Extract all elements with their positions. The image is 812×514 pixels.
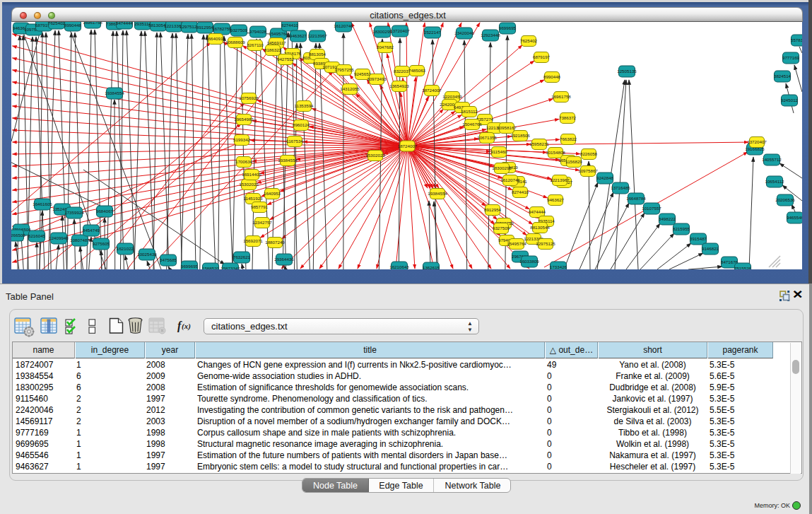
svg-text:1362615: 1362615 [423, 265, 440, 269]
svg-text:2522147: 2522147 [424, 30, 442, 35]
svg-text:14312055: 14312055 [340, 86, 360, 91]
svg-text:12923448: 12923448 [481, 33, 500, 37]
svg-text:13720407: 13720407 [390, 28, 410, 33]
svg-text:15046766: 15046766 [462, 122, 482, 127]
svg-text:16648784: 16648784 [626, 196, 646, 201]
svg-text:9327509: 9327509 [230, 28, 248, 33]
svg-text:2047682: 2047682 [377, 45, 394, 49]
svg-text:9699695: 9699695 [181, 264, 199, 269]
svg-text:12213967: 12213967 [307, 33, 327, 38]
svg-text:15302023: 15302023 [365, 153, 385, 158]
svg-text:3915487: 3915487 [690, 236, 707, 241]
svg-text:8226058: 8226058 [580, 151, 598, 156]
svg-text:10973493: 10973493 [367, 76, 387, 81]
svg-text:13654923: 13654923 [389, 83, 409, 88]
svg-text:15958231: 15958231 [529, 141, 549, 146]
svg-text:17359924: 17359924 [64, 210, 84, 215]
svg-text:3267110: 3267110 [247, 42, 264, 47]
svg-text:1621022: 1621022 [117, 246, 134, 251]
svg-text:9465546: 9465546 [787, 215, 802, 220]
svg-text:10654112: 10654112 [765, 179, 784, 184]
svg-text:11451923: 11451923 [243, 196, 263, 201]
svg-text:8215955: 8215955 [673, 226, 690, 231]
svg-text:29364436: 29364436 [274, 257, 294, 262]
svg-text:18807249: 18807249 [265, 240, 285, 245]
svg-text:7632621: 7632621 [233, 255, 251, 259]
svg-text:1156829: 1156829 [565, 159, 582, 164]
svg-text:7515526: 7515526 [734, 266, 752, 269]
svg-text:1640953: 1640953 [264, 191, 281, 196]
svg-text:9245012: 9245012 [781, 98, 799, 103]
svg-text:9463627: 9463627 [547, 197, 565, 202]
svg-text:8274410: 8274410 [512, 189, 529, 194]
svg-text:19384554: 19384554 [105, 90, 124, 95]
svg-text:17957255: 17957255 [334, 67, 354, 72]
svg-text:15873342: 15873342 [220, 266, 240, 269]
svg-text:12409948: 12409948 [49, 235, 69, 240]
svg-text:8990448: 8990448 [543, 74, 561, 79]
svg-text:10025438: 10025438 [137, 252, 157, 257]
svg-text:3824514: 3824514 [774, 74, 792, 78]
svg-text:19384554: 19384554 [278, 158, 298, 163]
svg-text:12975125: 12975125 [536, 241, 555, 246]
svg-text:16640910: 16640910 [206, 36, 225, 41]
svg-text:9699695: 9699695 [499, 25, 517, 30]
svg-text:20206536: 20206536 [775, 197, 795, 202]
svg-text:12203459: 12203459 [442, 94, 462, 99]
svg-text:1700634: 1700634 [235, 159, 253, 164]
svg-text:26266500: 26266500 [11, 233, 25, 238]
svg-text:9242848: 9242848 [596, 175, 614, 180]
svg-text:7485063: 7485063 [408, 68, 426, 73]
svg-text:15302023: 15302023 [239, 182, 259, 187]
svg-text:16461605: 16461605 [33, 201, 52, 206]
svg-text:5199342: 5199342 [233, 137, 251, 142]
svg-text:18724007: 18724007 [422, 88, 442, 93]
svg-text:9463627: 9463627 [290, 33, 307, 38]
svg-text:10107557: 10107557 [642, 206, 661, 211]
svg-text:13720407: 13720407 [747, 139, 767, 144]
svg-text:16210643: 16210643 [389, 264, 409, 269]
svg-text:10688609: 10688609 [225, 40, 245, 45]
svg-text:7663822: 7663822 [560, 136, 577, 141]
svg-text:7625402: 7625402 [48, 22, 66, 25]
svg-text:9245652: 9245652 [354, 71, 372, 76]
svg-text:16782759: 16782759 [212, 26, 232, 31]
svg-text:9115460: 9115460 [490, 149, 507, 154]
svg-text:(x): (x) [182, 322, 191, 331]
svg-text:9794028: 9794028 [249, 29, 267, 34]
svg-text:8990448: 8990448 [64, 23, 82, 28]
svg-text:9474444: 9474444 [529, 209, 546, 214]
svg-text:8186323: 8186323 [264, 47, 282, 52]
svg-text:1815112: 1815112 [461, 109, 478, 114]
svg-text:8274410: 8274410 [281, 23, 299, 28]
svg-text:9474444: 9474444 [116, 22, 134, 25]
svg-text:9427552: 9427552 [277, 57, 295, 62]
svg-text:15495764: 15495764 [269, 31, 288, 36]
svg-text:19218506: 19218506 [510, 133, 530, 138]
svg-text:16914409: 16914409 [242, 172, 261, 177]
svg-text:10154808: 10154808 [546, 150, 565, 155]
svg-text:1588520: 1588520 [202, 266, 220, 269]
svg-text:9327509: 9327509 [493, 226, 510, 230]
svg-text:9684067: 9684067 [96, 209, 114, 214]
svg-text:19384554: 19384554 [428, 191, 447, 196]
svg-text:7625402: 7625402 [520, 38, 538, 43]
svg-text:9857791: 9857791 [251, 204, 269, 209]
svg-text:15495764: 15495764 [507, 241, 526, 246]
svg-text:12505135: 12505135 [617, 69, 637, 74]
svg-text:9275605: 9275605 [93, 241, 110, 246]
svg-text:16961758: 16961758 [551, 94, 571, 99]
svg-text:8960124: 8960124 [293, 122, 310, 127]
svg-text:88130544: 88130544 [530, 225, 550, 230]
svg-text:5578332: 5578332 [791, 37, 802, 42]
svg-text:10756928: 10756928 [239, 95, 259, 100]
svg-text:14055712: 14055712 [762, 157, 782, 162]
svg-text:1167534: 1167534 [286, 139, 303, 144]
svg-text:11353594: 11353594 [294, 103, 314, 108]
svg-text:8813054: 8813054 [309, 52, 326, 57]
svg-text:16120746: 16120746 [500, 177, 520, 182]
svg-text:16961758: 16961758 [83, 22, 102, 25]
svg-text:6216045: 6216045 [28, 233, 46, 238]
svg-text:10807487: 10807487 [70, 238, 90, 243]
svg-text:16120746: 16120746 [334, 23, 353, 28]
